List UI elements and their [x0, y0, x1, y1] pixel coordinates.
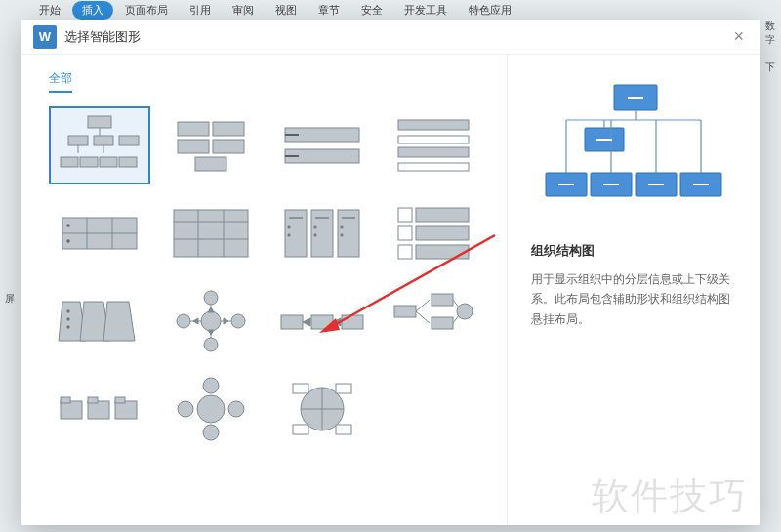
svg-rect-35: [285, 210, 307, 257]
svg-rect-30: [174, 210, 248, 257]
svg-rect-82: [61, 397, 70, 403]
svg-rect-98: [336, 425, 351, 434]
svg-rect-95: [293, 384, 308, 393]
svg-point-59: [201, 311, 221, 331]
ribbon-tab-special[interactable]: 特色应用: [459, 1, 521, 20]
left-strip-text: 屏: [0, 20, 16, 532]
svg-rect-15: [195, 157, 226, 171]
svg-point-44: [314, 234, 316, 236]
preview-diagram: [531, 72, 736, 219]
svg-point-42: [288, 234, 290, 236]
svg-point-87: [197, 395, 225, 423]
preview-description: 用于显示组织中的分层信息或上下级关系。此布局包含辅助形状和组织结构图悬挂布局。: [531, 269, 736, 329]
dialog-body: 全部: [21, 55, 760, 525]
svg-rect-48: [416, 208, 469, 222]
svg-rect-51: [398, 245, 412, 259]
svg-rect-22: [398, 147, 469, 157]
svg-point-91: [228, 401, 244, 417]
dialog-title: 选择智能图形: [64, 28, 729, 46]
ribbon-tab-insert[interactable]: 插入: [72, 1, 113, 20]
ribbon-tab-review[interactable]: 审阅: [223, 1, 264, 20]
thumb-pyramid-steps[interactable]: [49, 282, 150, 360]
ribbon-tab-chapter[interactable]: 章节: [308, 1, 349, 20]
titlebar: W 选择智能图形 ×: [21, 20, 760, 55]
svg-rect-37: [338, 210, 359, 257]
thumb-note-cols[interactable]: [271, 194, 373, 272]
smartart-dialog: W 选择智能图形 × 全部: [21, 20, 760, 525]
ribbon-tab-layout[interactable]: 页面布局: [115, 1, 178, 20]
filter-tab-all[interactable]: 全部: [49, 70, 72, 93]
thumb-table-3x3[interactable]: [160, 194, 262, 272]
svg-rect-9: [100, 157, 117, 167]
svg-marker-71: [224, 318, 228, 324]
svg-rect-12: [213, 122, 244, 136]
thumb-icon-list[interactable]: [383, 194, 484, 272]
thumb-table-3x2[interactable]: [49, 194, 150, 272]
ribbon-tab-dev[interactable]: 开发工具: [394, 1, 457, 20]
svg-rect-74: [342, 315, 363, 329]
svg-rect-81: [61, 401, 82, 419]
thumb-stacked-rows[interactable]: [160, 106, 262, 184]
svg-point-90: [178, 401, 193, 417]
svg-marker-55: [103, 302, 135, 341]
thumb-process-3[interactable]: [271, 282, 373, 360]
svg-rect-84: [88, 397, 98, 403]
gallery-pane: 全部: [21, 55, 507, 525]
svg-rect-50: [416, 226, 469, 240]
svg-rect-52: [416, 245, 469, 259]
svg-rect-96: [336, 384, 351, 393]
ribbon-tab-start[interactable]: 开始: [29, 1, 70, 20]
svg-rect-21: [398, 136, 469, 143]
svg-marker-75: [303, 318, 310, 326]
svg-rect-8: [80, 157, 98, 167]
thumb-two-bars[interactable]: [271, 106, 373, 184]
svg-rect-36: [311, 210, 333, 257]
svg-point-61: [204, 338, 218, 351]
svg-point-56: [67, 310, 70, 313]
svg-rect-14: [213, 140, 244, 153]
svg-rect-79: [432, 317, 453, 329]
svg-point-28: [67, 225, 70, 227]
svg-rect-13: [178, 140, 209, 153]
thumb-header-list[interactable]: [383, 106, 484, 184]
svg-point-29: [67, 240, 70, 243]
svg-rect-2: [68, 136, 88, 145]
app-logo-icon: W: [33, 25, 57, 49]
svg-rect-49: [398, 226, 412, 240]
thumb-pie-matrix[interactable]: [271, 370, 373, 448]
svg-marker-76: [333, 318, 341, 326]
thumb-circle-4[interactable]: [160, 370, 262, 448]
right-strip-b: 下: [765, 61, 781, 74]
thumbnail-grid: [49, 106, 489, 448]
svg-rect-85: [115, 401, 137, 419]
ribbon-tab-security[interactable]: 安全: [351, 1, 392, 20]
thumb-hub-spoke[interactable]: [160, 282, 262, 360]
svg-rect-11: [178, 122, 209, 136]
svg-rect-0: [88, 116, 111, 128]
svg-marker-68: [208, 307, 214, 312]
ribbon-tab-view[interactable]: 视图: [266, 1, 307, 20]
thumb-org-chart[interactable]: [49, 106, 150, 184]
thumb-folder-tabs[interactable]: [49, 370, 150, 448]
svg-rect-20: [398, 120, 469, 130]
svg-point-63: [231, 314, 245, 328]
svg-rect-86: [115, 397, 125, 403]
svg-marker-70: [193, 318, 198, 324]
ribbon-tab-ref[interactable]: 引用: [180, 1, 221, 20]
preview-pane: 组织结构图 用于显示组织中的分层信息或上下级关系。此布局包含辅助形状和组织结构图…: [507, 55, 760, 525]
svg-point-58: [67, 326, 70, 329]
svg-rect-97: [293, 425, 308, 434]
svg-rect-47: [398, 208, 412, 222]
ribbon-tabs: 开始 插入 页面布局 引用 审阅 视图 章节 安全 开发工具 特色应用: [0, 0, 781, 20]
svg-marker-69: [208, 330, 214, 335]
svg-rect-83: [88, 401, 109, 419]
close-button[interactable]: ×: [729, 26, 748, 47]
svg-rect-3: [94, 136, 113, 145]
svg-point-88: [203, 378, 219, 393]
svg-point-43: [314, 226, 316, 228]
svg-point-60: [204, 291, 218, 305]
svg-point-45: [341, 226, 343, 228]
svg-rect-10: [119, 157, 137, 167]
svg-point-46: [341, 234, 343, 236]
thumb-flow-branch[interactable]: [383, 282, 484, 360]
